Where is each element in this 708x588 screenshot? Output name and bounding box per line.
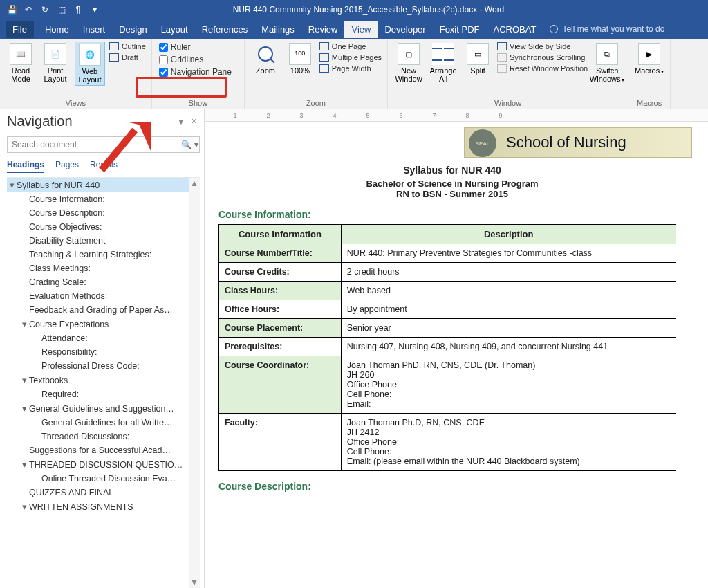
nav-heading[interactable]: Threaded Discussions: xyxy=(7,430,200,443)
navpane-search[interactable]: 🔍 ▾ xyxy=(7,136,200,153)
navtab-headings[interactable]: Headings xyxy=(7,160,44,173)
nav-heading[interactable]: Course Objectives: xyxy=(7,220,200,234)
touch-mode-icon[interactable]: ⬚ xyxy=(54,2,69,17)
table-cell-value: Web based xyxy=(341,282,676,300)
workspace: Navigation ▼ ✕ 🔍 ▾ Headings Pages Result… xyxy=(0,109,708,588)
navpane-tree: ▾Syllabus for NUR 440Course Information:… xyxy=(7,177,200,588)
nav-heading[interactable]: Disability Statement xyxy=(7,234,200,248)
undo-icon[interactable]: ↶ xyxy=(21,2,36,17)
web-layout-button[interactable]: 🌐Web Layout xyxy=(75,42,105,86)
arrange-all-icon xyxy=(432,43,454,65)
nav-heading[interactable]: Responsibility: xyxy=(7,345,200,359)
group-label-show: Show xyxy=(158,98,239,107)
search-input[interactable] xyxy=(8,137,180,152)
document-page[interactable]: SEAL School of Nursing Syllabus for NUR … xyxy=(205,122,708,504)
nav-heading[interactable]: ▾Course Expectations xyxy=(7,317,200,331)
multiple-pages-button[interactable]: Multiple Pages xyxy=(319,53,382,62)
print-layout-button[interactable]: 📄Print Layout xyxy=(40,42,71,84)
section-course-information: Course Information: xyxy=(218,209,686,220)
one-page-button[interactable]: One Page xyxy=(319,42,382,51)
zoom-button[interactable]: Zoom xyxy=(250,42,281,76)
view-side-by-side-button[interactable]: View Side by Side xyxy=(497,42,588,51)
search-icon[interactable]: 🔍 ▾ xyxy=(180,137,199,152)
tab-insert[interactable]: Insert xyxy=(76,21,113,38)
navpane-scrollbar[interactable]: ▲▼ xyxy=(189,178,200,588)
qat-customize-icon[interactable]: ▾ xyxy=(87,2,102,17)
tab-layout[interactable]: Layout xyxy=(154,21,195,38)
tab-developer[interactable]: Developer xyxy=(378,21,432,38)
tab-file[interactable]: File xyxy=(6,21,34,38)
switch-windows-icon: ⧉ xyxy=(596,43,618,65)
tab-acrobat[interactable]: ACROBAT xyxy=(486,21,543,38)
nav-heading[interactable]: Class Meetings: xyxy=(7,261,200,275)
nav-heading[interactable]: Grading Scale: xyxy=(7,275,200,289)
tab-home[interactable]: Home xyxy=(38,21,76,38)
ruler-checkbox[interactable]: Ruler xyxy=(158,42,233,53)
nav-heading[interactable]: Attendance: xyxy=(7,331,200,345)
ribbon: 📖Read Mode 📄Print Layout 🌐Web Layout Out… xyxy=(0,39,708,109)
tab-review[interactable]: Review xyxy=(301,21,345,38)
nav-heading[interactable]: Evaluation Methods: xyxy=(7,289,200,303)
table-cell-label: Faculty: xyxy=(219,414,342,471)
ribbon-tabstrip: File Home Insert Design Layout Reference… xyxy=(0,19,708,39)
document-area: · · · 1 · · ·· · · 2 · · ·· · · 3 · · ··… xyxy=(205,109,708,588)
table-cell-label: Course Placement: xyxy=(219,319,342,338)
split-button[interactable]: ▭Split xyxy=(463,42,493,76)
nav-heading[interactable]: General Guidelines for all Writte… xyxy=(7,416,200,430)
side-by-side-icon xyxy=(497,42,507,50)
nav-heading[interactable]: Online Threaded Discussion Eva… xyxy=(7,472,200,486)
ribbon-group-zoom: Zoom 100100% One Page Multiple Pages Pag… xyxy=(245,39,388,109)
section-course-description: Course Description: xyxy=(218,481,686,492)
nav-heading[interactable]: Feedback and Grading of Paper As… xyxy=(7,303,200,317)
draft-button[interactable]: Draft xyxy=(109,53,146,62)
tab-view[interactable]: View xyxy=(344,21,378,38)
arrange-all-button[interactable]: Arrange All xyxy=(428,42,458,84)
horizontal-ruler[interactable]: · · · 1 · · ·· · · 2 · · ·· · · 3 · · ··… xyxy=(205,109,708,122)
paragraph-icon[interactable]: ¶ xyxy=(71,2,86,17)
new-window-button[interactable]: ▢New Window xyxy=(393,42,424,84)
nav-heading[interactable]: ▾Textbooks xyxy=(7,373,200,387)
nav-heading[interactable]: QUIZZES AND FINAL xyxy=(7,486,200,499)
outline-button[interactable]: Outline xyxy=(109,42,146,51)
macros-button[interactable]: ▶Macros▾ xyxy=(634,42,664,77)
nav-heading[interactable]: Teaching & Learning Strategies: xyxy=(7,248,200,261)
tab-foxit[interactable]: Foxit PDF xyxy=(433,21,487,38)
sync-scroll-icon xyxy=(497,53,507,62)
nav-heading[interactable]: Suggestions for a Successful Acad… xyxy=(7,443,200,457)
nav-heading[interactable]: Course Description: xyxy=(7,206,200,220)
nav-heading[interactable]: ▾WRITTEN ASSIGNMENTS xyxy=(7,499,200,514)
tab-design[interactable]: Design xyxy=(112,21,153,38)
gridlines-checkbox[interactable]: Gridlines xyxy=(158,54,233,65)
tab-mailings[interactable]: Mailings xyxy=(254,21,301,38)
read-mode-button[interactable]: 📖Read Mode xyxy=(6,42,36,84)
group-label-views: Views xyxy=(6,98,146,107)
nav-heading[interactable]: ▾General Guidelines and Suggestion… xyxy=(7,401,200,416)
synchronous-scrolling-button: Synchronous Scrolling xyxy=(497,53,588,62)
nav-heading[interactable]: ▾Syllabus for NUR 440 xyxy=(7,178,200,192)
tab-references[interactable]: References xyxy=(195,21,254,38)
save-icon[interactable]: 💾 xyxy=(4,2,19,17)
redo-icon[interactable]: ↻ xyxy=(37,2,53,17)
quick-access-toolbar: 💾 ↶ ↻ ⬚ ¶ ▾ xyxy=(4,2,102,17)
nav-heading[interactable]: Professional Dress Code: xyxy=(7,359,200,373)
zoom-icon xyxy=(254,43,277,65)
table-cell-value: NUR 440: Primary Preventive Strategies f… xyxy=(341,244,676,263)
nav-heading[interactable]: Required: xyxy=(7,387,200,401)
doc-subtitle-1: Bachelor of Science in Nursing Program xyxy=(218,178,686,189)
navtab-results[interactable]: Results xyxy=(90,160,118,173)
group-label-window: Window xyxy=(393,98,622,107)
nav-heading[interactable]: Course Information: xyxy=(7,192,200,206)
scroll-up-icon: ▲ xyxy=(189,178,200,189)
switch-windows-button[interactable]: ⧉Switch Windows▾ xyxy=(592,42,622,85)
table-cell-label: Course Number/Title: xyxy=(219,244,342,263)
zoom-100-button[interactable]: 100100% xyxy=(285,42,315,76)
tell-me-search[interactable]: Tell me what you want to do xyxy=(550,24,664,34)
table-row: Course Credits:2 credit hours xyxy=(219,263,676,282)
navtab-pages[interactable]: Pages xyxy=(55,160,79,173)
navpane-close-icon[interactable]: ✕ xyxy=(187,117,200,126)
table-row: Course Placement:Senior year xyxy=(219,319,676,338)
nav-heading[interactable]: ▾THREADED DISCUSSION QUESTIO… xyxy=(7,457,200,472)
navigation-pane-checkbox[interactable]: Navigation Pane xyxy=(158,66,233,77)
navpane-options-icon[interactable]: ▼ xyxy=(175,118,187,126)
page-width-button[interactable]: Page Width xyxy=(319,64,382,73)
